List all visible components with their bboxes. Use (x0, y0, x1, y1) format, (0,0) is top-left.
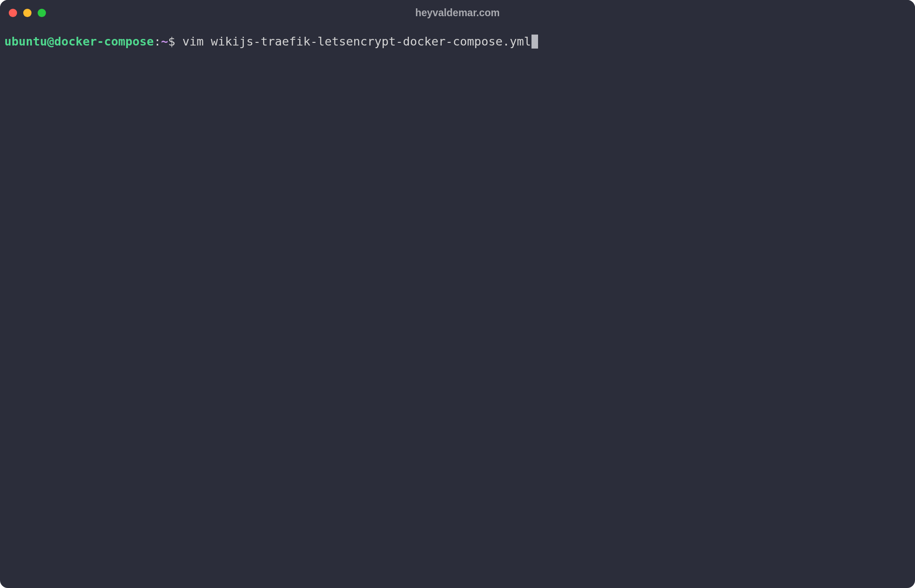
traffic-lights (9, 9, 46, 17)
terminal-window: heyvaldemar.com ubuntu@docker-compose:~$… (0, 0, 915, 588)
maximize-button[interactable] (38, 9, 46, 17)
terminal-body[interactable]: ubuntu@docker-compose:~$ vim wikijs-trae… (0, 25, 915, 588)
prompt-path: ~ (161, 33, 168, 50)
cursor (531, 35, 538, 49)
minimize-button[interactable] (23, 9, 32, 17)
close-button[interactable] (9, 9, 17, 17)
titlebar: heyvaldemar.com (0, 0, 915, 25)
prompt-dollar: $ (168, 33, 183, 50)
prompt-colon: : (154, 33, 161, 50)
prompt-line: ubuntu@docker-compose:~$ vim wikijs-trae… (4, 33, 911, 50)
window-title: heyvaldemar.com (415, 7, 500, 19)
command-text: vim wikijs-traefik-letsencrypt-docker-co… (182, 33, 531, 50)
prompt-user-host: ubuntu@docker-compose (4, 33, 154, 50)
